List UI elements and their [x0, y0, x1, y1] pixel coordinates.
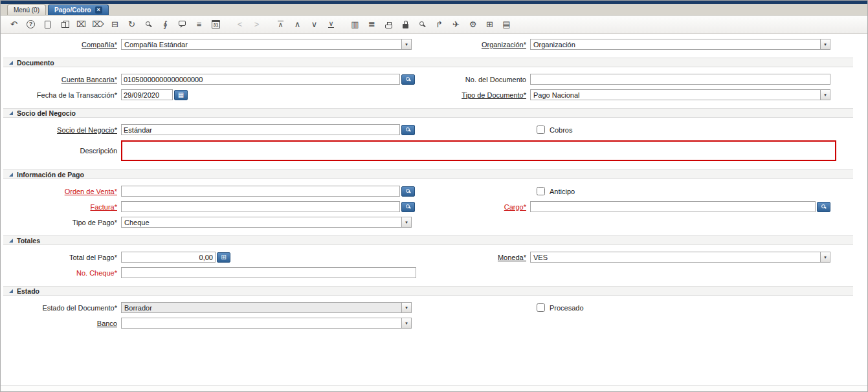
copy-record-button[interactable]	[56, 17, 72, 32]
last-record-button[interactable]: ∨	[323, 17, 339, 32]
fecha-transaccion-input[interactable]	[121, 89, 173, 100]
row-cuenta-no-documento: Cuenta Bancaria* No. del Documento	[1, 74, 867, 85]
no-cheque-input[interactable]	[121, 267, 416, 278]
socio-negocio-search-button[interactable]	[401, 125, 415, 135]
calendar-icon: 31	[212, 20, 221, 28]
banco-select[interactable]: ▾	[121, 318, 412, 329]
row-total-moneda: Total del Pago* ⊞ Moneda* VES ▾	[1, 252, 867, 263]
tipo-documento-select[interactable]: Pago Nacional ▾	[530, 89, 830, 100]
section-documento[interactable]: Documento	[3, 58, 853, 67]
attachment-button[interactable]: ∮	[157, 17, 173, 32]
orden-venta-search-button[interactable]	[401, 186, 415, 197]
help-button[interactable]: ?	[23, 17, 39, 32]
orden-venta-input[interactable]	[121, 186, 400, 197]
product-info-button[interactable]: ⊞	[482, 17, 498, 32]
chevron-down-icon[interactable]: ▾	[401, 39, 411, 49]
next-record-icon: ∨	[311, 20, 318, 28]
workflow-button[interactable]: ↱	[431, 17, 447, 32]
collapse-triangle-icon	[9, 111, 13, 115]
no-documento-input[interactable]	[530, 74, 830, 85]
factura-search-button[interactable]	[401, 202, 415, 212]
total-pago-input[interactable]	[121, 252, 216, 263]
collapse-triangle-icon	[9, 173, 13, 177]
estado-documento-select[interactable]: Borrador ▾	[121, 302, 412, 313]
chat-icon	[179, 21, 186, 26]
calendar-button[interactable]: 31	[208, 17, 224, 32]
detail-record-button[interactable]: >	[249, 17, 265, 32]
total-pago-calculator-button[interactable]: ⊞	[217, 252, 230, 263]
section-informacion-pago[interactable]: Información de Pago	[3, 169, 853, 179]
first-record-button[interactable]: ∧	[273, 17, 289, 32]
delete-selection-button[interactable]: ⌦	[90, 17, 106, 32]
report-button[interactable]: ▥	[347, 17, 363, 32]
save-button[interactable]: ⊟	[107, 17, 123, 32]
requery-button[interactable]: ↻	[124, 17, 140, 32]
descripcion-textarea[interactable]	[121, 140, 836, 161]
organizacion-label[interactable]: Organización*	[482, 41, 526, 49]
zoom-across-button[interactable]	[414, 17, 430, 32]
cuenta-bancaria-input[interactable]	[121, 74, 400, 85]
row-compania-organizacion: Compañía* Compañía Estándar ▾ Organizaci…	[1, 39, 867, 50]
chat-button[interactable]	[174, 17, 190, 32]
print-button[interactable]	[381, 17, 397, 32]
next-record-button[interactable]: ∨	[306, 17, 322, 32]
chevron-down-icon[interactable]: ▾	[820, 39, 830, 49]
factura-input[interactable]	[121, 201, 400, 212]
chevron-down-icon[interactable]: ▾	[401, 217, 411, 227]
section-totales[interactable]: Totales	[3, 235, 853, 245]
zoom-across-icon	[419, 21, 424, 26]
banco-label[interactable]: Banco	[97, 320, 117, 327]
send-mail-button[interactable]: ✈	[448, 17, 464, 32]
procesado-checkbox[interactable]	[537, 303, 545, 312]
orden-venta-label[interactable]: Orden de Venta*	[65, 188, 117, 195]
lookup-record-icon	[146, 21, 150, 26]
search-icon	[821, 204, 825, 208]
row-tipo-pago: Tipo de Pago* Cheque ▾	[1, 217, 867, 228]
cuenta-bancaria-search-button[interactable]	[401, 74, 415, 85]
delete-record-button[interactable]: ⌧	[73, 17, 89, 32]
cargo-input[interactable]	[530, 201, 816, 212]
previous-record-button[interactable]: ∧	[289, 17, 306, 32]
requery-icon: ↻	[128, 20, 135, 28]
archive-button[interactable]: ≣	[364, 17, 380, 32]
cargo-label[interactable]: Cargo*	[504, 203, 526, 211]
parent-record-button[interactable]: <	[232, 17, 248, 32]
moneda-select[interactable]: VES ▾	[530, 252, 830, 263]
fecha-calendar-button[interactable]: ▦	[174, 90, 188, 100]
tipo-pago-select[interactable]: Cheque ▾	[121, 217, 412, 228]
cobros-checkbox[interactable]	[537, 125, 545, 134]
tab-menu[interactable]: Menú (0)	[7, 5, 46, 15]
section-socio-negocio[interactable]: Socio del Negocio	[3, 108, 853, 118]
tab-pago-cobro[interactable]: Pago/Cobro ×	[48, 5, 109, 15]
tab-close-icon[interactable]: ×	[95, 6, 102, 14]
tipo-documento-label[interactable]: Tipo de Documento*	[462, 91, 526, 99]
new-record-icon	[45, 21, 50, 28]
toggle-grid-button[interactable]: ≡	[191, 17, 207, 32]
cuenta-bancaria-label[interactable]: Cuenta Bancaria*	[61, 76, 117, 83]
ignore-changes-button[interactable]: ↶	[6, 17, 22, 32]
toggle-grid-icon: ≡	[197, 20, 202, 28]
socio-negocio-label[interactable]: Socio del Negocio*	[57, 126, 117, 134]
chevron-down-icon[interactable]: ▾	[401, 318, 411, 328]
ignore-changes-icon: ↶	[10, 20, 17, 28]
compania-select[interactable]: Compañía Estándar ▾	[121, 39, 412, 50]
lookup-record-button[interactable]	[140, 17, 157, 32]
tipo-pago-value: Cheque	[122, 219, 401, 226]
anticipo-checkbox[interactable]	[537, 187, 545, 195]
cargo-search-button[interactable]	[817, 202, 830, 212]
search-icon	[406, 204, 410, 208]
preferences-button[interactable]: ⚙	[465, 17, 481, 32]
chevron-down-icon[interactable]: ▾	[820, 252, 830, 262]
report-view-button[interactable]: ▤	[498, 17, 515, 32]
section-estado[interactable]: Estado	[3, 286, 853, 296]
chevron-down-icon[interactable]: ▾	[401, 303, 411, 312]
lock-button[interactable]	[397, 17, 414, 32]
socio-negocio-input[interactable]	[121, 124, 400, 135]
new-record-button[interactable]	[39, 17, 56, 32]
no-cheque-label: No. Cheque*	[76, 269, 117, 277]
factura-label[interactable]: Factura*	[90, 203, 117, 211]
chevron-down-icon[interactable]: ▾	[820, 90, 830, 100]
compania-label[interactable]: Compañía*	[82, 41, 117, 49]
organizacion-select[interactable]: Organización ▾	[530, 39, 830, 50]
moneda-label[interactable]: Moneda*	[498, 254, 526, 261]
